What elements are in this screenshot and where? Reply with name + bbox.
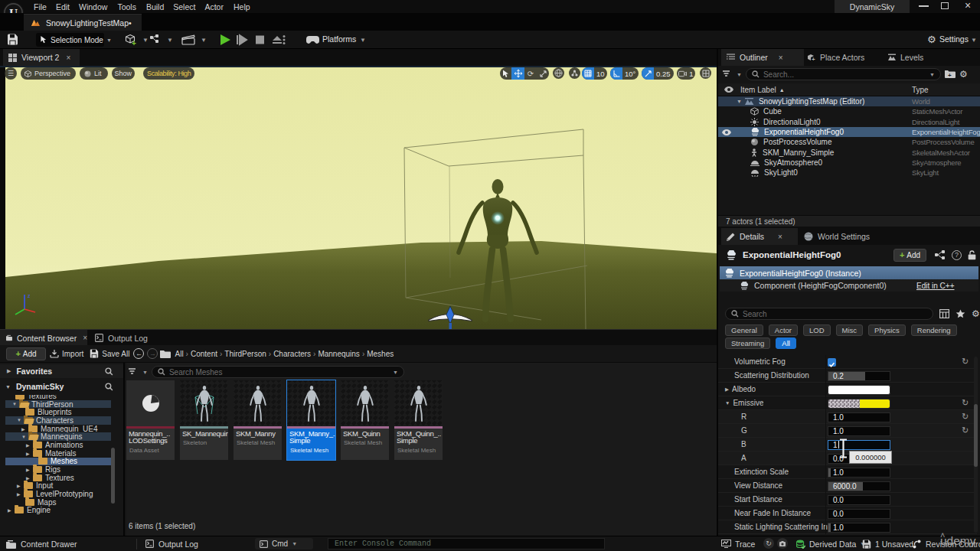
svg-text:z: z (28, 293, 31, 298)
svg-text:+: + (132, 39, 136, 47)
svg-text:+: + (812, 56, 815, 62)
svg-text:+: + (948, 72, 952, 79)
